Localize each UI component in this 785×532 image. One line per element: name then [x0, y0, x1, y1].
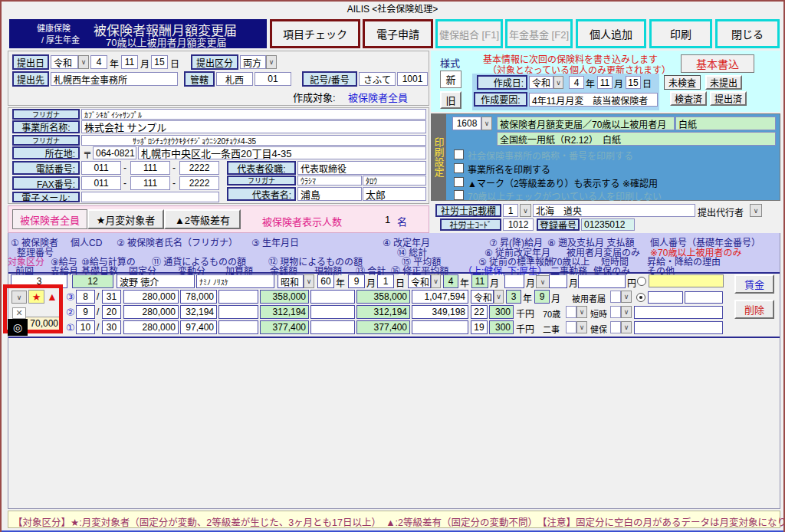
cell-days[interactable]: 31 — [102, 290, 121, 304]
submit-day-field[interactable]: 15 — [151, 55, 168, 69]
print-checkbox-over70[interactable] — [454, 190, 464, 200]
chevron-down-icon[interactable]: ∨ — [520, 204, 531, 217]
chevron-down-icon[interactable]: ∨ — [576, 321, 587, 333]
status-unchecked-button[interactable]: 未検査 — [664, 75, 701, 90]
reason-text-2[interactable] — [634, 321, 723, 334]
chevron-down-icon[interactable]: ∨ — [621, 321, 632, 333]
rep-mei-field[interactable]: 太郎 — [363, 187, 426, 201]
reason-other-field[interactable] — [649, 274, 724, 287]
birth-month-field[interactable]: 9 — [348, 274, 365, 288]
rep-kana-mei-field[interactable]: ﾀﾛｳ — [363, 176, 426, 186]
style-old-button[interactable]: 旧 — [440, 91, 461, 109]
fax-field-1[interactable]: 011 — [81, 176, 121, 190]
print-checkbox-shaho[interactable] — [454, 149, 464, 159]
print-checkbox-officename[interactable] — [454, 163, 464, 173]
cell-fixed[interactable]: 280,000 — [123, 290, 179, 304]
cell-inkind[interactable] — [310, 290, 355, 304]
reason-field[interactable]: 4年11月月変 該当被保険者 — [529, 93, 658, 107]
wage-button[interactable]: 賃金 — [734, 274, 774, 294]
tel-field-2[interactable]: 111 — [130, 161, 170, 175]
chevron-down-icon[interactable]: ∨ — [536, 275, 550, 288]
cell-variable[interactable]: 97,400 — [180, 320, 217, 334]
chevron-down-icon[interactable]: ∨ — [750, 204, 762, 217]
cell-fixed[interactable]: 280,000 — [123, 305, 179, 319]
kana-field[interactable]: ﾅﾐﾉ ﾉﾘｽｹ — [196, 274, 274, 288]
cell-inkind[interactable] — [310, 320, 355, 334]
kaitei-year-field[interactable]: 4 — [443, 274, 458, 288]
birth-era-select[interactable]: 昭和 — [278, 274, 304, 288]
juzen-era-select[interactable]: 令和 — [471, 290, 494, 304]
style-new-button[interactable]: 新 — [440, 71, 461, 88]
cell-inkind[interactable] — [310, 305, 355, 319]
sokyuu-amount-field[interactable] — [578, 274, 626, 288]
kenpo-kumiai-button[interactable]: 健保組合 [F1] — [435, 19, 503, 48]
cell-variable[interactable]: 32,194 — [180, 305, 217, 319]
sr-reg-field[interactable]: 01235012 — [581, 218, 635, 231]
print-form-code-select[interactable]: 1608 — [452, 117, 481, 130]
kihon-write-button[interactable]: 基本書込 — [681, 54, 754, 73]
cell-month[interactable]: 9 — [76, 305, 95, 319]
chevron-down-icon[interactable]: ∨ — [266, 55, 277, 69]
birth-year-field[interactable]: 60 — [317, 274, 334, 288]
print-button[interactable]: 印刷 — [649, 19, 712, 48]
chevron-down-icon[interactable]: ∨ — [621, 291, 632, 303]
cell-days[interactable]: 30 — [102, 320, 121, 334]
kosei-grade-field[interactable]: 19 — [471, 320, 488, 334]
kojin-cd-field[interactable]: 12 — [72, 274, 113, 288]
over70-field[interactable] — [566, 306, 576, 318]
mail-field[interactable] — [81, 192, 219, 202]
submit-year-field[interactable]: 4 — [90, 55, 107, 69]
status-checked-button[interactable]: 検査済 — [670, 91, 707, 106]
reason-text-1[interactable] — [634, 306, 723, 319]
kenpo-only-field[interactable] — [610, 321, 621, 333]
postal-field[interactable]: 064-0821 — [93, 146, 136, 159]
hiyousha-field[interactable] — [610, 291, 621, 303]
close-button[interactable]: 閉じる — [715, 19, 780, 48]
cell-days[interactable]: 20 — [102, 305, 121, 319]
sr-num-field[interactable]: 1 — [503, 204, 518, 217]
rep-kana-sei-field[interactable]: ｳﾗｼﾏ — [297, 176, 362, 186]
kenpo-grade-field[interactable]: 22 — [471, 305, 488, 319]
rep-sei-field[interactable]: 浦島 — [297, 187, 362, 201]
kankatsu-name-field[interactable]: 札西 — [216, 72, 253, 86]
addr-field[interactable]: 札幌市中央区北一条西20丁目4-35 — [138, 146, 426, 159]
chevron-down-icon[interactable]: ∨ — [481, 117, 492, 130]
delete-button[interactable]: 削除 — [734, 300, 774, 319]
created-month-field[interactable]: 11 — [597, 76, 613, 89]
submit-month-field[interactable]: 11 — [121, 55, 138, 69]
sr-name-field[interactable]: 北海 道央 — [533, 204, 695, 217]
tab-two-grade-diff[interactable]: ▲2等級差有 — [164, 209, 241, 229]
status-unsubmitted-button[interactable]: 未提出 — [705, 75, 742, 90]
chevron-down-icon[interactable]: ∨ — [431, 274, 441, 288]
print-checkbox-trimark[interactable] — [454, 177, 464, 187]
submit-dest-field[interactable]: 札幌西年金事務所 — [51, 72, 178, 86]
bango-field[interactable]: 1001 — [397, 72, 428, 86]
created-day-field[interactable]: 15 — [626, 76, 641, 89]
cell-addition[interactable] — [218, 320, 258, 334]
reason-radio-wage[interactable] — [636, 293, 645, 302]
fax-field-3[interactable]: 2222 — [179, 176, 219, 190]
kaitei-month-field[interactable]: 11 — [471, 274, 488, 288]
created-year-field[interactable]: 4 — [569, 76, 584, 89]
sr-code-field[interactable]: 1012 — [503, 218, 534, 231]
e-apply-button[interactable]: 電子申請 — [363, 19, 433, 48]
cell-month[interactable]: 10 — [76, 320, 95, 334]
add-person-button[interactable]: 個人追加 — [576, 19, 646, 48]
tel-field-1[interactable]: 011 — [81, 161, 121, 175]
tab-all-insured[interactable]: 被保険者全員 — [12, 209, 87, 229]
reason-radio-other[interactable] — [637, 277, 646, 286]
tanjikan-field[interactable] — [610, 306, 621, 318]
chevron-down-icon[interactable]: ∨ — [553, 76, 563, 89]
office-name-field[interactable]: 株式会社 サンプル — [81, 120, 426, 133]
shokyu-month-field[interactable] — [504, 274, 524, 288]
tab-monthly-change[interactable]: ★月変対象者 — [87, 209, 164, 229]
shusei-heikin-field[interactable] — [412, 320, 468, 334]
fax-field-2[interactable]: 111 — [130, 176, 170, 190]
office-name-kana-field[interactable]: ｶﾌﾞｼｷｶﾞｲｼｬｻﾝﾌﾟﾙ — [81, 109, 426, 120]
juzen-year-field[interactable]: 3 — [506, 290, 521, 304]
chevron-down-icon[interactable]: ∨ — [78, 55, 89, 69]
cell-fixed[interactable]: 280,000 — [123, 320, 179, 334]
kigo-field[interactable]: さふて — [359, 72, 396, 86]
reason-input-2[interactable] — [685, 291, 723, 304]
status-submitted-button[interactable]: 提出済 — [710, 91, 747, 106]
